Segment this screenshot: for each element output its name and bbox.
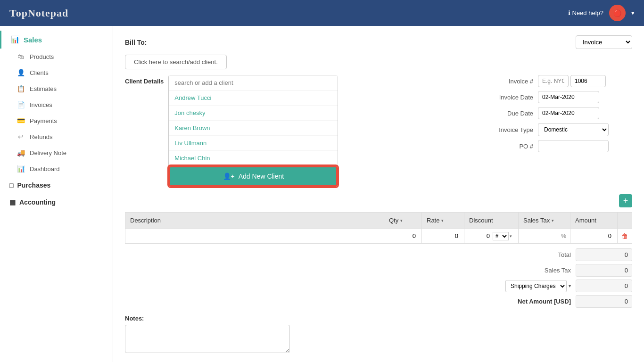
- sidebar-sales-section[interactable]: 📊 Sales: [0, 31, 113, 49]
- invoice-prefix-input[interactable]: [538, 75, 569, 87]
- cell-delete: 🗑: [618, 229, 632, 244]
- discount-type-select[interactable]: # %: [493, 232, 509, 240]
- user-dropdown-caret[interactable]: ▾: [631, 9, 635, 16]
- click-search-button[interactable]: Click here to search/add client.: [125, 55, 227, 69]
- client-search-dropdown: Andrew Tucci Jon chesky Karen Brown Liv …: [168, 75, 338, 187]
- discount-input[interactable]: [468, 231, 492, 240]
- purchases-collapse-icon: □: [9, 181, 13, 189]
- col-header-amount: Amount: [570, 213, 618, 229]
- brand-text: TopNotepad: [9, 7, 68, 19]
- brand-logo: TopNotepad: [9, 7, 68, 19]
- discount-dropdown-icon: ▾: [510, 234, 512, 239]
- qty-header-label: Qty: [389, 217, 398, 224]
- sidebar-item-invoices[interactable]: 📄 Invoices: [0, 97, 113, 113]
- clients-icon: 👤: [17, 69, 25, 76]
- amount-input[interactable]: [574, 231, 613, 240]
- cell-desc: [125, 229, 384, 244]
- sidebar-item-payments[interactable]: 💳 Payments: [0, 113, 113, 129]
- invoice-type-dropdown[interactable]: Domestic International: [538, 123, 609, 136]
- col-header-discount: Discount: [464, 213, 519, 229]
- desc-header-label: Description: [130, 217, 161, 224]
- sidebar: 📊 Sales 🛍 Products 👤 Clients 📋 Estimates…: [0, 26, 113, 362]
- table-header-row: Description Qty ▾ Rate ▾: [125, 213, 632, 229]
- sidebar-item-clients[interactable]: 👤 Clients: [0, 65, 113, 81]
- sidebar-item-delivery-note[interactable]: 🚚 Delivery Note: [0, 145, 113, 161]
- table-row: # % ▾ % 🗑: [125, 229, 632, 244]
- rate-input[interactable]: [426, 231, 460, 240]
- invoice-date-input[interactable]: [538, 91, 599, 103]
- client-option-1[interactable]: Andrew Tucci: [169, 90, 338, 106]
- client-details-section: Client Details Andrew Tucci Jon chesky K…: [125, 75, 458, 187]
- client-invoice-row: Client Details Andrew Tucci Jon chesky K…: [125, 75, 632, 187]
- sidebar-sales-label: Sales: [24, 36, 42, 44]
- click-search-wrapper: Click here to search/add client.: [125, 55, 632, 69]
- add-row-button[interactable]: +: [619, 194, 632, 207]
- totals-grid: Total 0 Sales Tax 0 Shipping Charges ▾ 0…: [481, 248, 632, 308]
- help-icon: ℹ: [568, 9, 570, 16]
- navbar-right: ℹ Need help? 🔴 ▾: [568, 5, 635, 21]
- shipping-row: Shipping Charges ▾: [481, 280, 571, 292]
- totals-section: Total 0 Sales Tax 0 Shipping Charges ▾ 0…: [125, 248, 632, 308]
- due-date-input[interactable]: [538, 107, 599, 119]
- client-option-5[interactable]: Michael Chin: [169, 151, 338, 166]
- invoice-hash-label: Invoice #: [467, 78, 533, 85]
- estimates-icon: 📋: [17, 85, 25, 92]
- sidebar-item-dashboard[interactable]: 📊 Dashboard: [0, 161, 113, 177]
- help-button[interactable]: ℹ Need help?: [568, 9, 604, 16]
- sidebar-item-products[interactable]: 🛍 Products: [0, 49, 113, 65]
- due-date-label: Due Date: [467, 110, 533, 117]
- client-option-4[interactable]: Liv Ullmann: [169, 136, 338, 151]
- desc-input[interactable]: [129, 231, 380, 240]
- shipping-value: 0: [576, 280, 632, 292]
- sidebar-refunds-label: Refunds: [30, 133, 52, 140]
- accounting-icon: ▦: [9, 198, 16, 206]
- dropdown-list: Andrew Tucci Jon chesky Karen Brown Liv …: [169, 90, 338, 166]
- sidebar-purchases-group[interactable]: □ Purchases: [0, 177, 113, 194]
- sidebar-clients-label: Clients: [30, 69, 49, 76]
- shipping-charges-select[interactable]: Shipping Charges: [505, 280, 567, 292]
- add-new-client-button[interactable]: 👤+ Add New Client: [169, 166, 338, 187]
- sidebar-accounting-group[interactable]: ▦ Accounting: [0, 194, 113, 211]
- qty-input[interactable]: [388, 231, 418, 240]
- client-option-2[interactable]: Jon chesky: [169, 106, 338, 121]
- delete-row-button[interactable]: 🗑: [621, 232, 628, 240]
- sidebar-products-label: Products: [30, 53, 54, 60]
- invoice-number-input[interactable]: [570, 75, 606, 87]
- search-input[interactable]: [169, 75, 338, 90]
- notes-textarea[interactable]: [125, 325, 290, 353]
- salestax-cell-wrapper: %: [522, 233, 566, 239]
- qty-caret-icon: ▾: [400, 218, 403, 223]
- payments-icon: 💳: [17, 117, 25, 124]
- col-header-rate: Rate ▾: [422, 213, 464, 229]
- po-field: [538, 140, 632, 152]
- rate-caret-icon: ▾: [441, 218, 444, 223]
- total-label: Total: [481, 251, 571, 258]
- top-section: Bill To: Invoice Quote Receipt: [125, 35, 632, 49]
- client-option-3[interactable]: Karen Brown: [169, 121, 338, 136]
- po-label: PO #: [467, 143, 533, 150]
- notes-label: Notes:: [125, 315, 632, 322]
- dashboard-icon: 📊: [17, 165, 25, 173]
- salestax-caret-icon: ▾: [552, 218, 554, 223]
- net-amount-label: Net Amount [USD]: [481, 298, 571, 305]
- table-header: Description Qty ▾ Rate ▾: [125, 213, 632, 229]
- cell-qty: [384, 229, 422, 244]
- bill-to-label: Bill To:: [125, 39, 147, 46]
- total-value: 0: [576, 248, 632, 261]
- products-icon: 🛍: [17, 53, 25, 60]
- sidebar-payments-label: Payments: [30, 117, 57, 124]
- shipping-dropdown-icon: ▾: [569, 283, 571, 288]
- net-amount-value: 0: [576, 295, 632, 308]
- items-table: Description Qty ▾ Rate ▾: [125, 212, 632, 244]
- rate-header: Rate ▾: [427, 217, 459, 224]
- sidebar-accounting-label: Accounting: [19, 198, 56, 206]
- add-new-client-label: Add New Client: [239, 173, 284, 180]
- sidebar-item-refunds[interactable]: ↩ Refunds: [0, 129, 113, 145]
- sidebar-delivery-label: Delivery Note: [30, 149, 66, 156]
- avatar[interactable]: 🔴: [609, 5, 626, 21]
- amount-header-label: Amount: [575, 217, 596, 224]
- invoice-type-select[interactable]: Invoice Quote Receipt: [576, 35, 632, 49]
- sidebar-item-estimates[interactable]: 📋 Estimates: [0, 81, 113, 97]
- po-input[interactable]: [538, 140, 609, 152]
- add-client-icon: 👤+: [223, 173, 235, 180]
